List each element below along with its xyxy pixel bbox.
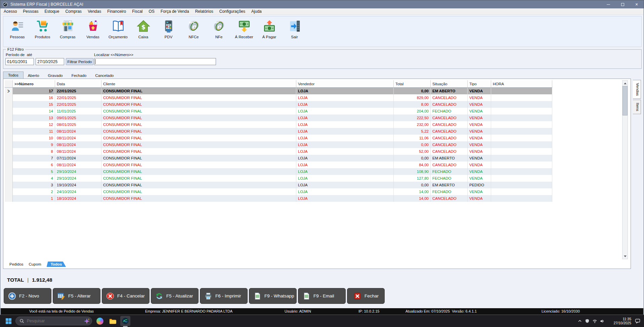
cell-data: 08/11/2024 [55, 148, 101, 155]
tab-aberto[interactable]: Aberto [24, 72, 44, 79]
tray-chevron-up-icon[interactable] [576, 317, 584, 325]
tab-gravado[interactable]: Gravado [44, 72, 67, 79]
table-row[interactable]: 529/10/2024CONSUMIDOR FINALLOJA108,90FEC… [5, 168, 552, 175]
table-row[interactable]: 429/10/2024CONSUMIDOR FINALLOJA127,80FEC… [5, 175, 552, 182]
table-row[interactable]: 1108/11/2024CONSUMIDOR FINALLOJA5,22CANC… [5, 128, 552, 135]
table-row[interactable]: 1208/01/2025CONSUMIDOR FINALLOJA232,00CA… [5, 121, 552, 128]
book-icon [111, 19, 125, 33]
minimize-icon [607, 4, 610, 5]
search-number-input[interactable] [94, 58, 216, 65]
minimize-button[interactable] [601, 0, 615, 8]
table-row[interactable]: 608/11/2024CONSUMIDOR FINALLOJA84,00CANC… [5, 161, 552, 168]
column-header-hora[interactable]: HORA [491, 80, 552, 87]
taskbar-search-box[interactable] [15, 317, 92, 325]
tab-cancelado[interactable]: Cancelado [91, 72, 118, 79]
toolbar-sair[interactable]: Sair [282, 19, 307, 39]
table-row[interactable]: 319/10/2024CONSUMIDOR FINALLOJA0,00EM AB… [5, 182, 552, 188]
tray-shield-icon[interactable] [584, 317, 591, 325]
tray-network-icon[interactable] [591, 317, 598, 325]
button-f6-imprimir[interactable]: F6 - Imprimir [200, 288, 248, 304]
selector-header [5, 80, 13, 87]
toolbar-compras[interactable]: Compras [55, 19, 80, 39]
menu-item-relatorios[interactable]: Relatórios [192, 8, 216, 15]
menu-item-financeiro[interactable]: Financeiro [104, 8, 129, 15]
printer-icon [204, 292, 212, 300]
menu-item-os[interactable]: OS [146, 8, 158, 15]
bottom-tab-todos[interactable]: Todos [47, 262, 66, 267]
toolbar-a-receber[interactable]: Á Receber [231, 19, 257, 39]
side-tab-vendas[interactable]: Vendas [633, 80, 641, 99]
toolbar-orcamento[interactable]: Orçamento [105, 19, 131, 39]
filter-period-button[interactable]: Filtrar Período [66, 58, 93, 65]
table-row[interactable]: >1722/01/2025CONSUMIDOR FINALLOJA0,00EM … [5, 88, 552, 94]
button-f4-cancelar[interactable]: F4 - Cancelar [102, 288, 149, 304]
bottom-tab-pedidos[interactable]: Pedidos [9, 262, 24, 266]
cell-tipo: VENDA [468, 188, 491, 195]
button-f9-whatsapp[interactable]: F9 - Whatsapp [249, 288, 297, 304]
toolbar-caixa[interactable]: $Caixa [131, 19, 156, 39]
scroll-up-button[interactable] [622, 81, 628, 86]
taskbar-erp-app-button[interactable] [120, 316, 130, 326]
button-f2-novo[interactable]: F2 - Novo [4, 288, 51, 304]
table-row[interactable]: 1309/01/2025CONSUMIDOR FINALLOJA222,50CA… [5, 114, 552, 121]
close-button[interactable]: × [630, 0, 644, 8]
toolbar-pdv[interactable]: PDV [156, 19, 181, 39]
table-row[interactable]: 1522/01/2025CONSUMIDOR FINALLOJA8,00CANC… [5, 101, 552, 108]
date-from-input[interactable] [5, 58, 34, 65]
column-header-tipo[interactable]: Tipo [468, 80, 491, 87]
taskbar-clock[interactable]: 11:35 27/10/2025 [609, 317, 631, 325]
button-fechar[interactable]: Fechar [347, 288, 385, 304]
toolbar-vendas[interactable]: Vendas [80, 19, 105, 39]
vertical-scrollbar[interactable] [622, 80, 628, 259]
date-to-input[interactable] [36, 58, 64, 65]
toolbar-nfce[interactable]: eNFCNFCe [181, 19, 206, 39]
toolbar-a-pagar[interactable]: Á Pagar [257, 19, 282, 39]
scrollbar-thumb[interactable] [622, 86, 628, 115]
table-row[interactable]: 1622/01/2025CONSUMIDOR FINALLOJA829,00CA… [5, 94, 552, 101]
toolbar-nfe[interactable]: eNFNFe [206, 19, 231, 39]
toolbar-produtos[interactable]: Produtos [30, 19, 55, 39]
table-row[interactable]: 707/11/2024CONSUMIDOR FINALLOJA0,00EM AB… [5, 155, 552, 161]
side-tab-itens[interactable]: Itens [633, 100, 641, 114]
menu-item-fiscal[interactable]: Fiscal [129, 8, 145, 15]
menu-item-forca-de-venda[interactable]: Força de Venda [158, 8, 192, 15]
button-f5-atualizar[interactable]: F5 - Atualizar [151, 288, 199, 304]
table-row[interactable]: 224/10/2024CONSUMIDOR FINALLOJA14,00FECH… [5, 188, 552, 195]
table-row[interactable]: 808/11/2024CONSUMIDOR FINALLOJA52,00CANC… [5, 148, 552, 155]
tray-volume-icon[interactable] [598, 317, 606, 325]
notification-center-button[interactable] [633, 317, 642, 325]
table-row[interactable]: 1411/01/2025CONSUMIDOR FINALLOJA204,00FE… [5, 108, 552, 114]
table-row[interactable]: 908/11/2024CONSUMIDOR FINALLOJA0,00CANCE… [5, 141, 552, 148]
tab-todos[interactable]: Todos [3, 72, 24, 79]
start-button[interactable] [3, 316, 13, 326]
scroll-down-button[interactable] [622, 253, 628, 259]
column-header-numero[interactable]: >>Número [13, 80, 55, 87]
column-header-vendedor[interactable]: Vendedor [296, 80, 394, 87]
menu-item-configuracoes[interactable]: Configurações [216, 8, 248, 15]
toolbar-pessoas[interactable]: Pessoas [5, 19, 30, 39]
menu-item-vendas[interactable]: Vendas [85, 8, 104, 15]
button-f9-email[interactable]: F9 - Email [298, 288, 346, 304]
search-input[interactable] [27, 319, 84, 323]
cell-total: 5,22 [394, 128, 431, 135]
table-row[interactable]: 1008/11/2024CONSUMIDOR FINALLOJA11,06CAN… [5, 135, 552, 141]
tab-fechado[interactable]: Fechado [67, 72, 91, 79]
menu-item-estoque[interactable]: Estoque [41, 8, 62, 15]
column-header-situacao[interactable]: Situação [431, 80, 468, 87]
row-selector: > [5, 88, 13, 94]
taskbar-copilot-button[interactable] [95, 316, 105, 326]
menu-item-pessoas[interactable]: Pessoas [20, 8, 41, 15]
taskbar-explorer-button[interactable] [108, 316, 118, 326]
maximize-button[interactable] [615, 0, 630, 8]
row-selector [5, 155, 13, 161]
nfe-icon: eNF [212, 19, 226, 33]
menu-item-ajuda[interactable]: Ajuda [248, 8, 265, 15]
column-header-cliente[interactable]: Cliente [101, 80, 296, 87]
button-f5-alterar[interactable]: F5 - Alterar [53, 288, 100, 304]
bottom-tab-cupom[interactable]: Cupom [29, 262, 41, 266]
menu-item-acesso[interactable]: Acesso [1, 8, 20, 15]
table-row[interactable]: 118/10/2024CONSUMIDOR FINALLOJA14,00CANC… [5, 195, 552, 202]
column-header-data[interactable]: Data [55, 80, 101, 87]
menu-item-compras[interactable]: Compras [62, 8, 85, 15]
column-header-total[interactable]: Total [394, 80, 431, 87]
